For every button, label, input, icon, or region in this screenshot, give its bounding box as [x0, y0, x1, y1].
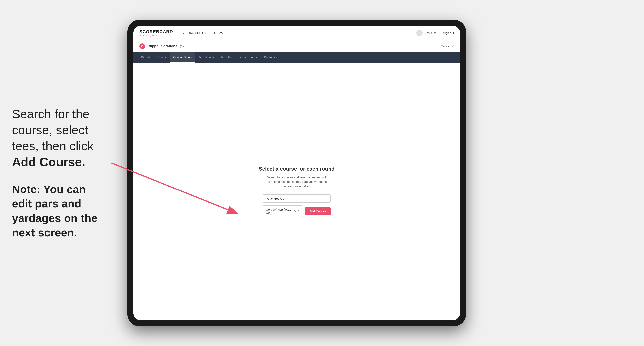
tab-leaderboards[interactable]: Leaderboards: [235, 52, 260, 63]
section-subtitle: Search for a course and select a tee. Yo…: [265, 175, 328, 189]
course-search-input[interactable]: [263, 194, 330, 203]
tab-course-setup[interactable]: Course Setup: [170, 52, 195, 63]
annotation-panel: Search for the course, select tees, then…: [0, 0, 136, 346]
annotation-line4: Add Course.: [12, 155, 86, 169]
tab-details[interactable]: Details: [138, 52, 154, 63]
tab-bar: Details Teams Course Setup Tee Groups Re…: [134, 52, 460, 63]
tee-select-controls: ✕ ⌃: [294, 210, 300, 213]
note-line3: yardages on the: [12, 212, 98, 224]
annotation-main: Search for the course, select tees, then…: [12, 106, 124, 170]
note-line4: next screen.: [12, 226, 77, 239]
add-course-button[interactable]: Add Course: [305, 207, 330, 215]
main-content: Select a course for each round Search fo…: [134, 63, 460, 320]
tab-results[interactable]: Results: [218, 52, 235, 63]
annotation-line1: Search for the: [12, 107, 90, 121]
tee-chevron-icon[interactable]: ⌃: [298, 210, 300, 213]
note-line1: Note: You can: [12, 183, 86, 195]
course-form: Gold (M) (M) (7010 yds) ✕ ⌃ Add Course: [263, 194, 330, 217]
sign-out-link[interactable]: Sign out: [443, 31, 454, 35]
tab-teams[interactable]: Teams: [154, 52, 170, 63]
annotation-line2: course, select: [12, 123, 88, 137]
section-title: Select a course for each round: [259, 166, 334, 172]
tournament-name: Clippd Invitational: [147, 44, 178, 48]
tournament-header: C Clippd Invitational (Men) Cancel ✕: [134, 40, 460, 52]
tablet-screen: SCOREBOARD Powered by clippd TOURNAMENTS…: [134, 26, 460, 320]
annotation-note: Note: You can edit pars and yardages on …: [12, 182, 124, 240]
tee-select-row: Gold (M) (M) (7010 yds) ✕ ⌃ Add Course: [263, 205, 330, 217]
top-nav: SCOREBOARD Powered by clippd TOURNAMENTS…: [134, 26, 460, 40]
nav-links: TOURNAMENTS TEAMS: [181, 31, 416, 35]
tablet-device: SCOREBOARD Powered by clippd TOURNAMENTS…: [128, 20, 466, 326]
tee-clear-icon[interactable]: ✕: [294, 210, 296, 213]
logo-sub: Powered by clippd: [140, 34, 173, 37]
tournament-gender: (Men): [180, 44, 188, 48]
nav-tournaments[interactable]: TOURNAMENTS: [181, 31, 206, 35]
user-name: Test User: [425, 31, 438, 35]
user-avatar: R: [416, 30, 422, 36]
logo-text: SCOREBOARD: [140, 29, 173, 34]
cancel-button[interactable]: Cancel ✕: [441, 44, 454, 48]
annotation-line3: tees, then click: [12, 139, 94, 153]
tab-tee-groups[interactable]: Tee Groups: [195, 52, 218, 63]
tournament-icon: C: [140, 43, 145, 49]
tee-select[interactable]: Gold (M) (M) (7010 yds) ✕ ⌃: [263, 205, 303, 217]
logo-area: SCOREBOARD Powered by clippd: [140, 29, 173, 37]
note-line2: edit pars and: [12, 197, 82, 210]
nav-teams[interactable]: TEAMS: [214, 31, 224, 35]
tab-printables[interactable]: Printables: [260, 52, 281, 63]
nav-user: R Test User | Sign out: [416, 30, 454, 36]
tee-select-value: Gold (M) (M) (7010 yds): [266, 208, 294, 214]
nav-divider: |: [440, 31, 441, 35]
